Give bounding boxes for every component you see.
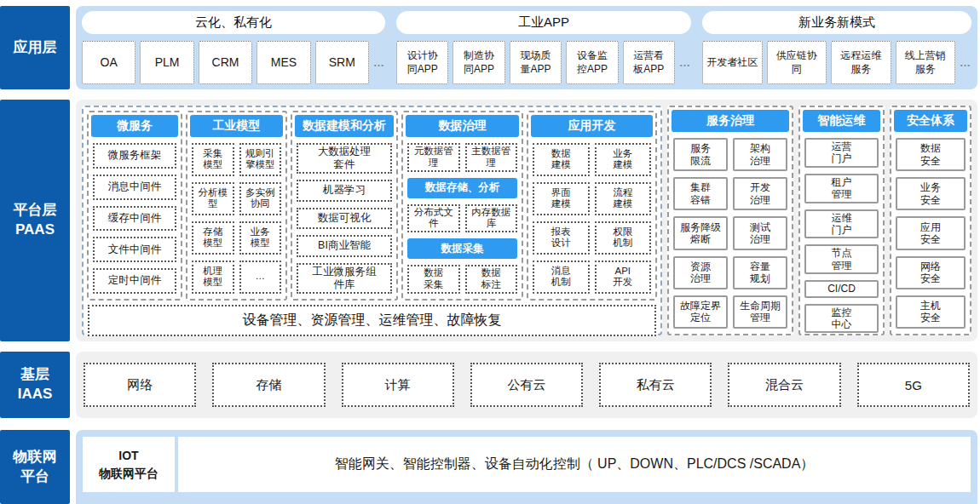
paas-item-more: … <box>239 261 282 294</box>
column-title: 服务治理 <box>672 110 789 132</box>
paas-item-report-design: 报表 设计 <box>533 221 590 255</box>
paas-layer-row: 平台层 PAAS 微服务 微服务框架 消息中间件 缓存中间件 文件中间件 定时中… <box>0 100 980 341</box>
paas-item-data-visualization: 数据可视化 <box>297 208 392 230</box>
paas-item-data-label: 数据 标注 <box>465 265 518 294</box>
paas-item-metadata-mgmt: 元数据管 理 <box>407 143 460 172</box>
app-item-device-monitor: 设备监 控APP <box>566 41 618 84</box>
app-group-cloud-private-items: OA PLM CRM MES SRM … <box>82 41 385 84</box>
app-item-manufacture-collab: 制造协 同APP <box>453 41 504 84</box>
paas-item-data-modeling: 数据 建模 <box>533 143 590 176</box>
iaas-layer-panel: 网络 存储 计算 公有云 私有云 混合云 5G <box>76 352 977 418</box>
paas-item-bigdata-suite: 大数据处理 套件 <box>297 143 392 174</box>
app-group-new-business: 新业务新模式 开发者社区 供应链协 同 远程运维 服务 线上营销 服务 … <box>702 11 971 84</box>
paas-column-data-modeling: 数据建模和分析 大数据处理 套件 机器学习 数据可视化 BI商业智能 工业微服务… <box>291 111 398 301</box>
paas-item-lifecycle-mgmt: 生命周期 管理 <box>733 295 787 329</box>
paas-item-arch-governance: 架构 治理 <box>733 138 787 171</box>
paas-item-microservice-framework: 微服务框架 <box>93 143 176 169</box>
paas-bottom-banner: 设备管理、资源管理、运维管理、故障恢复 <box>88 305 656 336</box>
iaas-layer-label: 基层 IAAS <box>0 352 70 418</box>
paas-item-node-mgmt: 节点 管理 <box>804 244 879 274</box>
paas-item-data-collect: 数据 采集 <box>407 265 460 294</box>
paas-item-resource-governance: 资源 治理 <box>673 256 728 289</box>
paas-left-group: 微服务 微服务框架 消息中间件 缓存中间件 文件中间件 定时中间件 工业模型 采… <box>82 106 662 335</box>
iot-layer-label: 物联网 平台 <box>0 430 70 504</box>
paas-layer-panel: 微服务 微服务框架 消息中间件 缓存中间件 文件中间件 定时中间件 工业模型 采… <box>76 100 977 341</box>
paas-item-collect-model: 采集 模型 <box>192 143 234 176</box>
more-ellipsis: … <box>373 56 385 69</box>
app-group-new-business-title: 新业务新模式 <box>702 11 971 34</box>
more-ellipsis: … <box>679 56 691 69</box>
paas-item-data-security: 数据 安全 <box>896 138 966 171</box>
paas-item-mechanism-model: 机理 模型 <box>192 261 234 294</box>
iot-layer-row: 物联网 平台 IOT 物联网平台 智能网关、智能控制器、设备自动化控制（ UP、… <box>0 430 980 504</box>
metadata-pair: 元数据管 理 主数据管 理 <box>407 143 517 172</box>
paas-item-operation-portal: 运营 门户 <box>804 138 879 168</box>
column-title: 微服务 <box>91 115 178 137</box>
iaas-layer-row: 基层 IAAS 网络 存储 计算 公有云 私有云 混合云 5G <box>0 352 980 418</box>
paas-item-test-governance: 测试 治理 <box>733 216 787 249</box>
subheader-data-storage-analysis: 数据存储、分析 <box>407 178 517 198</box>
paas-item-inmemory-db: 内存数据 库 <box>465 204 518 233</box>
app-group-industrial-app-items: 设计协 同APP 制造协 同APP 现场质 量APP 设备监 控APP 运营看 … <box>396 41 691 84</box>
app-group-industrial-app: 工业APP 设计协 同APP 制造协 同APP 现场质 量APP 设备监 控AP… <box>396 11 691 84</box>
iaas-item-5g: 5G <box>857 363 970 407</box>
paas-column-app-development: 应用开发 数据 建模 业务 建模 界面 建模 流程 建模 报表 设计 权限 机制… <box>527 111 657 301</box>
paas-item-rule-engine-model: 规则引 擎模型 <box>239 143 282 176</box>
storage-pair: 分布式文 件 内存数据 库 <box>407 204 517 233</box>
iaas-item-private-cloud: 私有云 <box>599 363 712 407</box>
paas-item-storage-model: 存储 模型 <box>192 221 234 255</box>
paas-item-app-security: 应用 安全 <box>896 216 966 249</box>
iaas-item-hybrid-cloud: 混合云 <box>728 363 840 407</box>
paas-item-api-dev: API 开发 <box>595 261 652 294</box>
app-group-industrial-app-title: 工业APP <box>396 11 691 34</box>
paas-item-bi: BI商业智能 <box>297 235 392 257</box>
column-title: 工业模型 <box>190 115 283 137</box>
paas-item-business-model: 业务 模型 <box>239 221 282 255</box>
app-group-cloud-private-title: 云化、私有化 <box>82 11 385 34</box>
iaas-item-public-cloud: 公有云 <box>470 363 583 407</box>
column-items: 数据 安全 业务 安全 应用 安全 网络 安全 主机 安全 <box>894 136 967 331</box>
paas-column-intelligent-ops: 智能运维 运营 门户 租户 管理 运维 门户 节点 管理 CI/CD 监控 中心 <box>798 106 885 335</box>
paas-column-data-governance: 数据治理 元数据管 理 主数据管 理 数据存储、分析 分布式文 件 内存数据 库 <box>401 111 523 301</box>
column-items: 采集 模型 规则引 擎模型 分析模 型 多实例 协同 存储 模型 业务 模型 机… <box>190 141 283 296</box>
column-title: 智能运维 <box>803 110 880 132</box>
iot-layer-panel: IOT 物联网平台 智能网关、智能控制器、设备自动化控制（ UP、DOWN、PL… <box>76 430 977 504</box>
paas-item-cicd: CI/CD <box>804 280 879 297</box>
column-title: 安全体系 <box>894 110 967 132</box>
iot-platform-badge: IOT 物联网平台 <box>83 437 175 492</box>
app-item-srm: SRM <box>315 41 369 84</box>
paas-item-cache-middleware: 缓存中间件 <box>93 206 176 232</box>
app-item-supply-chain: 供应链协 同 <box>767 41 827 84</box>
app-item-plm: PLM <box>140 41 193 84</box>
column-items: 数据 建模 业务 建模 界面 建模 流程 建模 报表 设计 权限 机制 消息 机… <box>531 141 653 296</box>
collection-pair: 数据 采集 数据 标注 <box>407 265 517 294</box>
app-group-cloud-private: 云化、私有化 OA PLM CRM MES SRM … <box>82 11 385 84</box>
paas-item-multi-instance: 多实例 协同 <box>239 182 282 215</box>
paas-item-timer-middleware: 定时中间件 <box>93 268 176 294</box>
paas-item-file-middleware: 文件中间件 <box>93 237 176 262</box>
app-item-mes: MES <box>257 41 310 84</box>
paas-item-message-mechanism: 消息 机制 <box>533 261 590 294</box>
paas-item-capacity-planning: 容量 规划 <box>733 256 787 289</box>
column-title: 应用开发 <box>531 115 653 137</box>
paas-item-process-modeling: 流程 建模 <box>595 182 652 215</box>
paas-item-network-security: 网络 安全 <box>896 256 966 289</box>
paas-item-permission: 权限 机制 <box>595 221 652 255</box>
paas-item-machine-learning: 机器学习 <box>297 180 392 202</box>
paas-item-industrial-component-lib: 工业微服务组 件库 <box>297 263 392 294</box>
architecture-diagram: 应用层 云化、私有化 OA PLM CRM MES SRM … 工业APP 设计… <box>0 0 980 504</box>
application-layer-row: 应用层 云化、私有化 OA PLM CRM MES SRM … 工业APP 设计… <box>0 6 980 89</box>
column-items: 服务 限流 架构 治理 集群 容错 开发 治理 服务降级 熔断 测试 治理 资源… <box>672 136 789 331</box>
paas-item-dev-governance: 开发 治理 <box>733 177 787 210</box>
paas-item-analysis-model: 分析模 型 <box>192 182 234 215</box>
column-title: 数据治理 <box>406 115 519 137</box>
column-items: 元数据管 理 主数据管 理 数据存储、分析 分布式文 件 内存数据 库 数据采集… <box>406 141 519 296</box>
column-items: 大数据处理 套件 机器学习 数据可视化 BI商业智能 工业微服务组 件库 <box>295 141 394 296</box>
paas-item-host-security: 主机 安全 <box>896 295 966 329</box>
application-layer-label: 应用层 <box>0 6 70 89</box>
app-group-new-business-items: 开发者社区 供应链协 同 远程运维 服务 线上营销 服务 … <box>702 41 971 84</box>
paas-left-columns: 微服务 微服务框架 消息中间件 缓存中间件 文件中间件 定时中间件 工业模型 采… <box>87 111 657 301</box>
paas-item-business-security: 业务 安全 <box>896 177 966 210</box>
app-item-developer-community: 开发者社区 <box>702 41 763 84</box>
application-layer-panel: 云化、私有化 OA PLM CRM MES SRM … 工业APP 设计协 同A… <box>76 6 977 89</box>
